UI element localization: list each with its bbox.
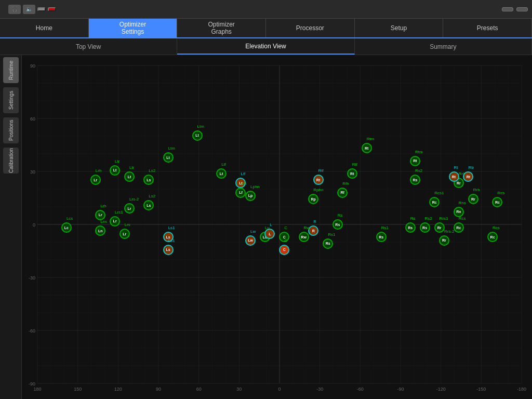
sidebar-positions-button[interactable]: Positions bbox=[3, 117, 19, 143]
sub-navigation: Top View Elevation View Summary bbox=[0, 38, 532, 55]
speaker-Rfh[interactable]: RfRfh bbox=[337, 188, 348, 198]
speaker-Rrs2[interactable]: RrRrs-2 bbox=[439, 235, 449, 246]
sidebar-runtime-button[interactable]: Runtime bbox=[3, 57, 19, 83]
speaker-small-icon: 🔈 bbox=[23, 5, 35, 14]
speaker-Lrh[interactable]: LrLrh bbox=[95, 210, 105, 220]
subtab-summary[interactable]: Summary bbox=[355, 38, 532, 55]
elevation-view-plot: 1801501209060300-30-60-90-120-150-180906… bbox=[22, 55, 532, 399]
speaker-Ltm_top[interactable]: LtLtm bbox=[192, 130, 203, 141]
speaker-C[interactable]: CC bbox=[279, 232, 289, 242]
speaker-L[interactable]: LL bbox=[264, 229, 275, 239]
speaker-Rtm_l[interactable]: RtRtm bbox=[362, 143, 372, 153]
speaker-Rs2_r[interactable]: RsRs2 bbox=[420, 222, 430, 233]
speaker-Ltf_l[interactable]: LtLtf bbox=[216, 168, 227, 179]
dim-button[interactable] bbox=[37, 7, 46, 11]
header-bar: 🎧 🔈 bbox=[0, 0, 532, 19]
tab-processor[interactable]: Processor bbox=[266, 19, 355, 37]
speaker-Ls1b[interactable]: LsLs1 bbox=[163, 245, 174, 255]
speaker-Ltm_b[interactable]: LtLtm bbox=[163, 152, 174, 163]
speaker-Rw[interactable]: RwRw bbox=[299, 232, 309, 242]
speaker-Rs[interactable]: RsRs bbox=[332, 219, 343, 230]
headphone-icon: 🎧 bbox=[8, 5, 21, 14]
speaker-Rcs[interactable]: RcRcs bbox=[492, 197, 502, 207]
speaker-Rs2[interactable]: RsRs2 bbox=[410, 175, 420, 185]
speaker-Lrs-2[interactable]: LrLrs-2 bbox=[124, 203, 135, 214]
speaker-Rcs_r[interactable]: RcRcs bbox=[454, 222, 464, 233]
bypass-button[interactable] bbox=[516, 7, 528, 11]
content-area: Runtime Settings Positions Calibration 1… bbox=[0, 55, 532, 399]
speaker-Ls2_top[interactable]: LsLs2 bbox=[143, 175, 154, 185]
speaker-Ltf_r[interactable]: LtLtf bbox=[235, 178, 246, 188]
sidebar-calibration-button[interactable]: Calibration bbox=[3, 148, 19, 174]
speaker-Rtf_l[interactable]: RtRtf bbox=[347, 168, 357, 179]
left-sidebar: Runtime Settings Positions Calibration bbox=[0, 55, 22, 399]
speaker-Rrs1[interactable]: RrRrs1 bbox=[434, 222, 445, 233]
tab-presets[interactable]: Presets bbox=[443, 19, 532, 37]
speaker-Lrs1[interactable]: LrLrs1 bbox=[110, 216, 120, 227]
tab-optimizer-settings[interactable]: Optimizer Settings bbox=[89, 19, 178, 37]
main-navigation: Home Optimizer Settings Optimizer Graphs… bbox=[0, 19, 532, 38]
speaker-Cb[interactable]: CC bbox=[279, 245, 289, 255]
mute-button[interactable] bbox=[48, 7, 56, 11]
speaker-Lfh[interactable]: LfLfh bbox=[235, 188, 246, 198]
speaker-Rrh2[interactable]: RrRrh bbox=[468, 194, 478, 204]
speaker-layer: LcLcsLrLrhLrLrs1LrLrsLnLnsLrLrs-2LsLs2Ls… bbox=[22, 55, 532, 399]
speaker-Rs1_b[interactable]: RsRs1 bbox=[323, 238, 333, 249]
speaker-Rs1[interactable]: RsRs1 bbox=[376, 232, 387, 242]
speaker-Rphn[interactable]: RpRphn bbox=[308, 194, 318, 204]
back-to-main-button[interactable] bbox=[502, 7, 513, 11]
tab-home[interactable]: Home bbox=[0, 19, 89, 37]
subtab-elevation-view[interactable]: Elevation View bbox=[177, 38, 354, 55]
speaker-Rcs_far[interactable]: RcRcs bbox=[487, 232, 498, 242]
speaker-Rtr_b[interactable]: RtRtr bbox=[463, 171, 473, 182]
speaker-R[interactable]: RR bbox=[308, 225, 318, 236]
speaker-Rtr_top[interactable]: RtRt bbox=[449, 171, 459, 182]
tab-optimizer-graphs[interactable]: Optimizer Graphs bbox=[177, 19, 266, 37]
tab-setup[interactable]: Setup bbox=[355, 19, 444, 37]
speaker-Ls1_l[interactable]: LsLs1 bbox=[163, 232, 174, 242]
speaker-Rtf_r[interactable]: RtRtf bbox=[313, 175, 324, 185]
speaker-Rtm_r[interactable]: RtRtm bbox=[410, 156, 420, 166]
speaker-Lphn[interactable]: LpLphn bbox=[245, 191, 256, 201]
speaker-Lrs[interactable]: LrLrs bbox=[119, 229, 130, 239]
speaker-Ls2_l[interactable]: LsLs2 bbox=[143, 200, 154, 210]
speaker-Ltr_top[interactable]: LtLtr bbox=[110, 165, 120, 176]
subtab-top-view[interactable]: Top View bbox=[0, 38, 177, 55]
speaker-Rs_r[interactable]: RsRs bbox=[405, 222, 416, 233]
speaker-Rns[interactable]: RnRns bbox=[454, 207, 464, 217]
sidebar-settings-button[interactable]: Settings bbox=[3, 87, 19, 113]
speaker-Lw[interactable]: LwLw bbox=[245, 235, 256, 246]
speaker-Ltr_b[interactable]: LtLtr bbox=[124, 171, 135, 182]
speaker-Lcs[interactable]: LcLcs bbox=[61, 222, 72, 233]
speaker-Lrh_top[interactable]: LrLrh bbox=[90, 175, 101, 185]
speaker-Rcs1[interactable]: RcRcs1 bbox=[429, 197, 440, 207]
speaker-Lns[interactable]: LnLns bbox=[95, 225, 105, 236]
